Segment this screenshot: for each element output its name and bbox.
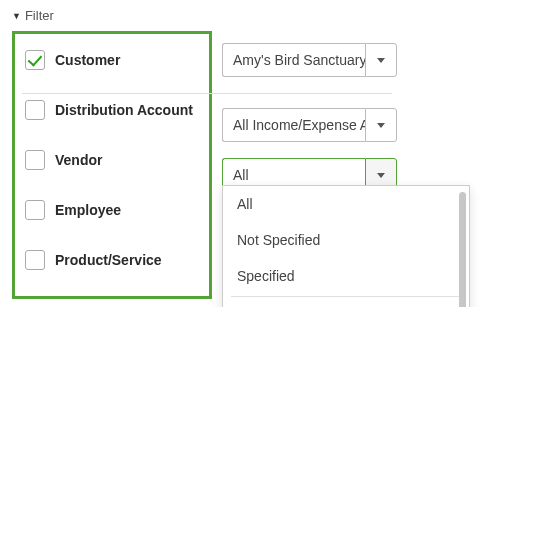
filter-row-employee[interactable]: Employee bbox=[25, 196, 199, 224]
checkbox-customer[interactable] bbox=[25, 50, 45, 70]
distribution-combo[interactable]: All Income/Expense A bbox=[222, 108, 397, 142]
filter-header[interactable]: ▼ Filter bbox=[12, 8, 532, 23]
customer-combo[interactable]: Amy's Bird Sanctuary bbox=[222, 43, 397, 77]
chevron-down-icon bbox=[377, 173, 385, 178]
filter-layout: Customer Distribution Account Vendor Emp… bbox=[12, 31, 532, 299]
vendor-scope-option[interactable]: Not Specified bbox=[223, 222, 467, 258]
vendor-dropdown-inner: All Not Specified Specified (Select all)… bbox=[223, 186, 469, 307]
filter-label-customer: Customer bbox=[55, 52, 120, 68]
filter-label-product-service: Product/Service bbox=[55, 252, 162, 268]
collapse-triangle-icon: ▼ bbox=[12, 11, 21, 21]
chevron-down-icon bbox=[377, 58, 385, 63]
filter-label-vendor: Vendor bbox=[55, 152, 102, 168]
checkbox-employee[interactable] bbox=[25, 200, 45, 220]
filter-row-distribution-account[interactable]: Distribution Account bbox=[25, 96, 199, 124]
customer-combo-value[interactable]: Amy's Bird Sanctuary bbox=[222, 43, 365, 77]
dropdown-divider bbox=[231, 296, 459, 297]
filter-label-employee: Employee bbox=[55, 202, 121, 218]
vendor-dropdown: All Not Specified Specified (Select all)… bbox=[222, 185, 470, 307]
distribution-combo-value[interactable]: All Income/Expense A bbox=[222, 108, 365, 142]
filter-types-panel: Customer Distribution Account Vendor Emp… bbox=[12, 31, 212, 299]
vendor-scope-option[interactable]: Specified bbox=[223, 258, 467, 294]
vendor-select-all[interactable]: (Select all) bbox=[223, 299, 467, 307]
customer-combo-button[interactable] bbox=[365, 43, 397, 77]
filter-row-product-service[interactable]: Product/Service bbox=[25, 246, 199, 274]
vendor-scope-option[interactable]: All bbox=[223, 186, 467, 222]
filter-header-label: Filter bbox=[25, 8, 54, 23]
checkbox-product-service[interactable] bbox=[25, 250, 45, 270]
filter-values-panel: Amy's Bird Sanctuary All Income/Expense … bbox=[212, 31, 422, 208]
checkbox-vendor[interactable] bbox=[25, 150, 45, 170]
filter-label-distribution-account: Distribution Account bbox=[55, 102, 193, 118]
filter-row-customer[interactable]: Customer bbox=[25, 46, 199, 74]
scrollbar[interactable] bbox=[459, 192, 466, 307]
chevron-down-icon bbox=[377, 123, 385, 128]
distribution-combo-button[interactable] bbox=[365, 108, 397, 142]
checkbox-distribution-account[interactable] bbox=[25, 100, 45, 120]
filter-row-vendor[interactable]: Vendor bbox=[25, 146, 199, 174]
divider bbox=[22, 93, 392, 94]
